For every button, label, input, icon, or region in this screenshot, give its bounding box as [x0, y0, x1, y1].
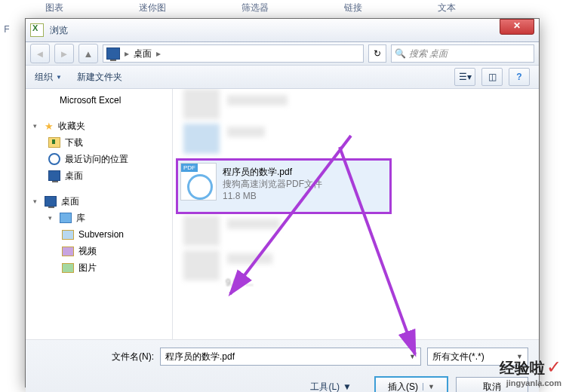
breadcrumb[interactable]: ▸ 桌面 ▸: [103, 44, 364, 63]
filename-label: 文件名(N):: [36, 351, 154, 363]
tree-desktop[interactable]: 桌面: [26, 167, 172, 184]
tree-subversion[interactable]: Subversion: [26, 226, 172, 243]
nav-tree: Microsoft Excel ▾★收藏夹 下载 最近访问的位置 桌面 ▾桌面 …: [26, 89, 173, 339]
excel-icon: [30, 23, 44, 37]
ribbon-tab[interactable]: 图表: [45, 0, 63, 15]
excel-ribbon-tabs: 图表 迷你图 筛选器 链接 文本: [0, 0, 566, 16]
tree-libraries[interactable]: ▾库: [26, 210, 172, 226]
chevron-down-icon[interactable]: ▼: [423, 383, 435, 390]
blurred-item: [227, 127, 265, 137]
folder-icon: [62, 230, 74, 240]
blurred-item: [183, 124, 220, 154]
download-icon: [48, 137, 60, 148]
refresh-button[interactable]: ↻: [368, 44, 386, 63]
watermark: 经验啦✓ jingyanla.com: [500, 357, 561, 387]
row-header: F: [0, 24, 14, 35]
forward-button[interactable]: ►: [54, 44, 74, 63]
back-button[interactable]: ◄: [30, 44, 50, 63]
file-browse-dialog: 浏览 ✕ ◄ ► ▲ ▸ 桌面 ▸ ↻ 🔍 搜索 桌面 组织▼ 新建文件夹 ☰▾…: [25, 18, 540, 387]
blurred-item: [183, 216, 220, 246]
file-name: 程序员的数学.pdf: [223, 166, 322, 178]
clock-icon: [48, 153, 60, 165]
view-mode-button[interactable]: ☰▾: [454, 68, 475, 86]
blurred-item: [227, 95, 288, 106]
picture-icon: [62, 263, 74, 273]
blurred-size: 9.04 ...: [226, 277, 254, 288]
ribbon-tab[interactable]: 迷你图: [139, 0, 166, 15]
excel-icon: [45, 95, 55, 106]
tree-favorites[interactable]: ▾★收藏夹: [26, 118, 172, 134]
ribbon-tab[interactable]: 筛选器: [241, 0, 269, 15]
tree-recent[interactable]: 最近访问的位置: [26, 151, 172, 167]
chevron-right-icon: ▸: [125, 48, 129, 59]
dialog-title: 浏览: [50, 24, 68, 37]
toolbar: 组织▼ 新建文件夹 ☰▾ ◫ ?: [26, 66, 539, 89]
chevron-down-icon[interactable]: ▼: [409, 353, 416, 360]
tree-desktop-root[interactable]: ▾桌面: [26, 193, 172, 210]
titlebar: 浏览 ✕: [26, 19, 539, 42]
insert-button[interactable]: 插入(S)▼: [374, 376, 448, 392]
chevron-right-icon: ▸: [156, 48, 161, 59]
ribbon-tab[interactable]: 链接: [344, 0, 362, 15]
blurred-item: [227, 219, 280, 229]
file-size: 11.8 MB: [223, 190, 322, 202]
blurred-item: [183, 89, 220, 119]
library-icon: [60, 213, 72, 223]
file-list[interactable]: 9.04 ... 程序员的数学.pdf 搜狗高速浏览器PDF文件 11.8 MB: [173, 89, 539, 339]
refresh-icon: ↻: [374, 48, 381, 59]
location-bar: ◄ ► ▲ ▸ 桌面 ▸ ↻ 🔍 搜索 桌面: [26, 42, 539, 66]
close-button[interactable]: ✕: [500, 19, 534, 35]
pdf-icon: [180, 163, 217, 201]
desktop-icon: [106, 47, 120, 60]
desktop-icon: [48, 170, 60, 181]
chevron-down-icon: ▼: [56, 74, 62, 81]
organize-menu[interactable]: 组织▼: [35, 71, 62, 84]
search-input[interactable]: 🔍 搜索 桌面: [391, 44, 534, 63]
up-button[interactable]: ▲: [78, 44, 98, 63]
new-folder-button[interactable]: 新建文件夹: [77, 71, 122, 84]
star-icon: ★: [45, 121, 54, 132]
blurred-item: [227, 253, 272, 264]
chevron-down-icon: ▼: [343, 381, 352, 392]
video-icon: [62, 247, 74, 256]
tree-videos[interactable]: 视频: [26, 243, 172, 259]
crumb-location[interactable]: 桌面: [134, 47, 152, 60]
tree-downloads[interactable]: 下载: [26, 134, 172, 151]
filename-input[interactable]: 程序员的数学.pdf▼: [160, 348, 421, 366]
tree-excel[interactable]: Microsoft Excel: [26, 92, 172, 109]
tree-pictures[interactable]: 图片: [26, 259, 172, 276]
search-icon: 🔍: [395, 48, 406, 59]
tools-menu[interactable]: 工具(L)▼: [310, 381, 352, 393]
ribbon-tab[interactable]: 文本: [438, 0, 456, 15]
dialog-bottom: 文件名(N): 程序员的数学.pdf▼ 所有文件(*.*)▼ 工具(L)▼ 插入…: [26, 339, 539, 392]
file-item-selected[interactable]: 程序员的数学.pdf 搜狗高速浏览器PDF文件 11.8 MB: [180, 163, 383, 205]
blurred-item: [183, 250, 220, 280]
preview-pane-button[interactable]: ◫: [481, 68, 503, 86]
desktop-icon: [45, 196, 57, 207]
search-placeholder: 搜索 桌面: [409, 47, 448, 60]
help-button[interactable]: ?: [509, 68, 530, 86]
file-type: 搜狗高速浏览器PDF文件: [223, 178, 322, 190]
